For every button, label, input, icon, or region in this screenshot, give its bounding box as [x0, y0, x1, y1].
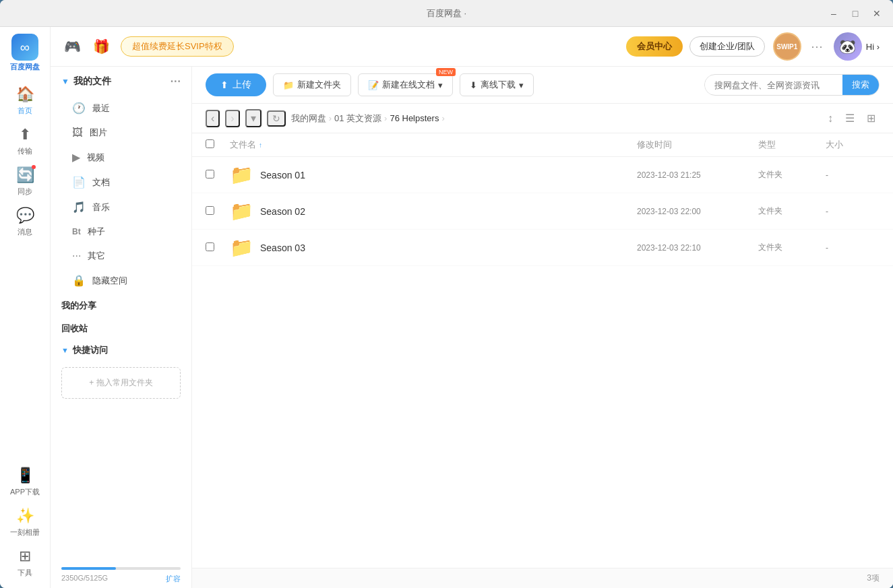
enterprise-button[interactable]: 创建企业/团队 — [689, 36, 765, 57]
upload-button[interactable]: ⬆ 上传 — [206, 73, 266, 96]
messages-icon: 💬 — [16, 207, 34, 224]
row-2-checkbox[interactable] — [206, 206, 214, 215]
offline-download-button[interactable]: ⬇ 离线下载 ▾ — [460, 73, 534, 96]
sidebar-my-share[interactable]: 我的分享 — [51, 293, 191, 316]
minimize-button[interactable]: – — [826, 5, 842, 22]
storage-expand-button[interactable]: 扩容 — [166, 574, 181, 584]
file-size-1: - — [826, 170, 880, 180]
nav-item-album-label: 一刻相册 — [10, 527, 40, 537]
sidebar-videos-label: 视频 — [87, 152, 104, 164]
nav-item-tools-label: 下具 — [18, 568, 32, 578]
nav-item-sync[interactable]: 🔄 同步 — [3, 162, 47, 200]
breadcrumb-root[interactable]: 我的网盘 — [291, 112, 326, 125]
sidebar-item-recent[interactable]: 🕐 最近 — [51, 96, 191, 121]
app-logo[interactable]: ∞ 百度网盘 — [10, 34, 40, 72]
list-view-button[interactable]: ☰ — [841, 110, 859, 127]
title-bar: 百度网盘 · – □ ✕ — [0, 0, 893, 27]
swip-avatar[interactable]: SWIP1 — [773, 32, 801, 61]
promo-button[interactable]: 超值续费延长SVIP特权 — [121, 36, 234, 57]
close-button[interactable]: ✕ — [869, 5, 885, 22]
file-date-3: 2023-12-03 22:10 — [637, 243, 758, 253]
sidebar-item-hidden-space[interactable]: 🔒 隐藏空间 — [51, 268, 191, 293]
forward-button[interactable]: › — [225, 110, 239, 127]
select-all-checkbox[interactable] — [206, 139, 214, 148]
sidebar-item-docs[interactable]: 📄 文档 — [51, 170, 191, 195]
header-type: 类型 — [758, 139, 826, 151]
file-date-1: 2023-12-03 21:25 — [637, 170, 758, 180]
sidebar-recycle[interactable]: 回收站 — [51, 316, 191, 339]
header-more-button[interactable]: ⋯ — [808, 36, 826, 57]
file-name-1: Season 01 — [260, 170, 637, 181]
new-doc-button[interactable]: 📝 新建在线文档 ▾ — [358, 73, 453, 96]
breadcrumb-path1[interactable]: 01 英文资源 — [334, 112, 381, 125]
header-name: 文件名 ↑ — [230, 139, 637, 151]
name-sort-icon[interactable]: ↑ — [259, 141, 262, 149]
breadcrumb-path2: 76 Helpsters — [390, 113, 439, 123]
offline-label: 离线下载 — [481, 79, 516, 91]
new-folder-button[interactable]: 📁 新建文件夹 — [273, 73, 351, 96]
folder-icon-2: 📁 — [230, 200, 253, 222]
bt-icon: Bt — [72, 227, 81, 236]
nav-item-messages[interactable]: 💬 消息 — [3, 203, 47, 240]
sidebar-item-music[interactable]: 🎵 音乐 — [51, 195, 191, 220]
user-avatar[interactable]: 🐼 — [834, 32, 862, 61]
sidebar-item-images[interactable]: 🖼 图片 — [51, 121, 191, 145]
maximize-button[interactable]: □ — [847, 5, 863, 22]
item-count: 3项 — [867, 573, 880, 584]
dropdown-button[interactable]: ▾ — [245, 109, 261, 127]
grid-view-button[interactable]: ⊞ — [863, 110, 880, 127]
nav-item-app-download[interactable]: 📱 APP下载 — [3, 463, 47, 500]
gift-icon[interactable]: 🎁 — [93, 38, 110, 55]
member-center-button[interactable]: 会员中心 — [626, 36, 683, 57]
offline-icon: ⬇ — [470, 80, 477, 90]
back-button[interactable]: ‹ — [206, 110, 220, 127]
search-bar: 搜索 — [704, 74, 880, 96]
app-header: 🎮 🎁 超值续费延长SVIP特权 会员中心 创建企业/团队 SWIP1 ⋯ 🐼 … — [51, 27, 893, 67]
breadcrumb-bar: ‹ › ▾ ↻ 我的网盘 › 01 英文资源 › 76 Helpsters › — [192, 104, 893, 133]
nav-item-transfer[interactable]: ⬆ 传输 — [3, 122, 47, 160]
file-type-3: 文件夹 — [758, 242, 826, 253]
videos-icon: ▶ — [72, 151, 80, 164]
table-row[interactable]: 📁 Season 03 2023-12-03 22:10 文件夹 - — [192, 230, 893, 266]
hidden-space-icon: 🔒 — [72, 274, 86, 287]
sidebar-more-button[interactable]: ⋯ — [170, 75, 181, 88]
sidebar-my-files-header: ▼ 我的文件 ⋯ — [51, 67, 191, 96]
drop-zone[interactable]: + 拖入常用文件夹 — [61, 367, 181, 399]
table-row[interactable]: 📁 Season 01 2023-12-03 21:25 文件夹 - — [192, 157, 893, 193]
nav-item-moment-album[interactable]: ✨ 一刻相册 — [3, 503, 47, 541]
sidebar-quick-access-label: 快捷访问 — [73, 344, 108, 356]
file-size-2: - — [826, 207, 880, 216]
file-list: 文件名 ↑ 修改时间 类型 大小 📁 — [192, 133, 893, 568]
new-doc-label: 新建在线文档 — [382, 79, 435, 91]
breadcrumb-sep-1: › — [329, 113, 332, 123]
file-size-3: - — [826, 243, 880, 253]
avatar-emoji: 🐼 — [839, 38, 856, 55]
row-2-check — [206, 206, 230, 217]
new-folder-label: 新建文件夹 — [297, 79, 341, 91]
sort-button[interactable]: ↕ — [824, 110, 837, 127]
refresh-button[interactable]: ↻ — [267, 110, 286, 127]
sidebar-item-bt[interactable]: Bt 种子 — [51, 220, 191, 244]
game-icon[interactable]: 🎮 — [64, 38, 81, 55]
search-button[interactable]: 搜索 — [842, 75, 879, 95]
nav-item-home[interactable]: 🏠 首页 — [3, 81, 47, 119]
images-icon: 🖼 — [72, 127, 83, 139]
table-row[interactable]: 📁 Season 02 2023-12-03 22:00 文件夹 - — [192, 193, 893, 230]
sidebar-item-others[interactable]: ··· 其它 — [51, 244, 191, 268]
sidebar-quick-access-header: ▼ 快捷访问 — [51, 339, 191, 362]
row-3-checkbox[interactable] — [206, 242, 214, 251]
sidebar-my-files-label: 我的文件 — [73, 75, 111, 88]
sidebar-others-label: 其它 — [88, 250, 105, 262]
nav-item-tools[interactable]: ⊞ 下具 — [3, 544, 47, 581]
sidebar-images-label: 图片 — [90, 127, 107, 139]
header-user[interactable]: Hi › — [866, 42, 880, 52]
search-input[interactable] — [705, 76, 842, 94]
file-type-2: 文件夹 — [758, 205, 826, 217]
header-check — [206, 139, 230, 150]
sidebar-bt-label: 种子 — [88, 226, 105, 238]
row-1-checkbox[interactable] — [206, 170, 214, 178]
file-list-header: 文件名 ↑ 修改时间 类型 大小 — [192, 133, 893, 157]
sidebar-item-videos[interactable]: ▶ 视频 — [51, 145, 191, 170]
music-icon: 🎵 — [72, 201, 86, 214]
new-badge: NEW — [436, 68, 456, 76]
